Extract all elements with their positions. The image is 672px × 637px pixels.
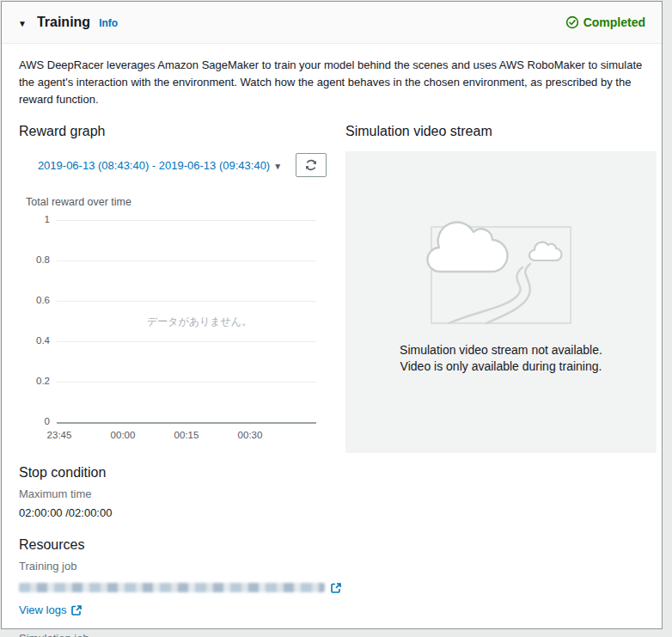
resources-section: Resources Training job View logs Simulat… (19, 537, 645, 637)
video-stream-section: Simulation video stream Simulation video… (345, 124, 657, 453)
y-tick-label: 0.2 (19, 376, 50, 386)
chevron-down-icon: ▼ (273, 162, 282, 171)
redacted-text (19, 583, 325, 592)
gridline (57, 422, 316, 424)
maximum-time-value: 02:00:00 /02:00:00 (19, 506, 645, 519)
external-link-icon (330, 582, 342, 594)
video-message-line1: Simulation video stream not available. (345, 342, 657, 358)
maximum-time-label: Maximum time (19, 487, 645, 500)
x-tick-label: 00:00 (101, 430, 144, 440)
gridline (57, 301, 316, 302)
stop-condition-heading: Stop condition (19, 465, 645, 481)
x-tick-label: 23:45 (38, 430, 81, 440)
training-view-logs-link[interactable]: View logs (19, 603, 66, 616)
panel-title: Training (37, 15, 90, 30)
chart-title: Total reward over time (26, 196, 345, 208)
refresh-icon (304, 158, 318, 172)
external-link-icon (70, 604, 82, 616)
y-tick-label: 0.4 (19, 335, 50, 346)
gridline (57, 220, 316, 221)
date-range-label: 2019-06-13 (08:43:40) - 2019-06-13 (09:4… (38, 159, 270, 172)
simulation-job-label: Simulation job (19, 632, 645, 637)
resources-heading: Resources (19, 537, 645, 553)
chart-no-data-message: データがありません。 (79, 315, 320, 329)
panel-header: ▼ Training Info Completed (2, 2, 662, 44)
collapse-triangle-icon[interactable]: ▼ (18, 19, 27, 28)
video-message-line2: Video is only available during training. (345, 358, 657, 375)
video-unavailable-message: Simulation video stream not available. V… (345, 342, 657, 375)
status-label: Completed (583, 15, 645, 29)
status-badge: Completed (565, 15, 645, 29)
training-panel: ▼ Training Info Completed AWS DeepRacer … (1, 1, 663, 629)
check-circle-icon (565, 15, 579, 29)
panel-description: AWS DeepRacer leverages Amazon SageMaker… (19, 57, 645, 108)
x-tick-label: 00:30 (229, 430, 272, 440)
stop-condition-section: Stop condition Maximum time 02:00:00 /02… (19, 465, 645, 519)
training-job-link-redacted[interactable] (19, 580, 325, 596)
refresh-button[interactable] (296, 153, 327, 177)
y-tick-label: 0.8 (19, 254, 50, 265)
info-link[interactable]: Info (99, 17, 118, 29)
y-tick-label: 0 (19, 416, 50, 426)
reward-graph-section: Reward graph 2019-06-13 (08:43:40) - 201… (19, 124, 345, 453)
gridline (57, 341, 316, 342)
reward-graph-heading: Reward graph (19, 124, 345, 139)
landscape-placeholder-icon (425, 218, 579, 332)
video-stream-heading: Simulation video stream (345, 124, 657, 139)
date-range-dropdown[interactable]: 2019-06-13 (08:43:40) - 2019-06-13 (09:4… (38, 159, 282, 172)
gridline (57, 382, 316, 383)
reward-chart-plot: データがありません。 10.80.60.40.2023:4500:0000:15… (19, 213, 318, 447)
video-placeholder: Simulation video stream not available. V… (345, 151, 657, 453)
y-tick-label: 1 (19, 214, 50, 224)
gridline (57, 260, 316, 261)
y-tick-label: 0.6 (19, 295, 50, 305)
training-job-label: Training job (19, 560, 645, 573)
x-tick-label: 00:15 (165, 430, 208, 440)
